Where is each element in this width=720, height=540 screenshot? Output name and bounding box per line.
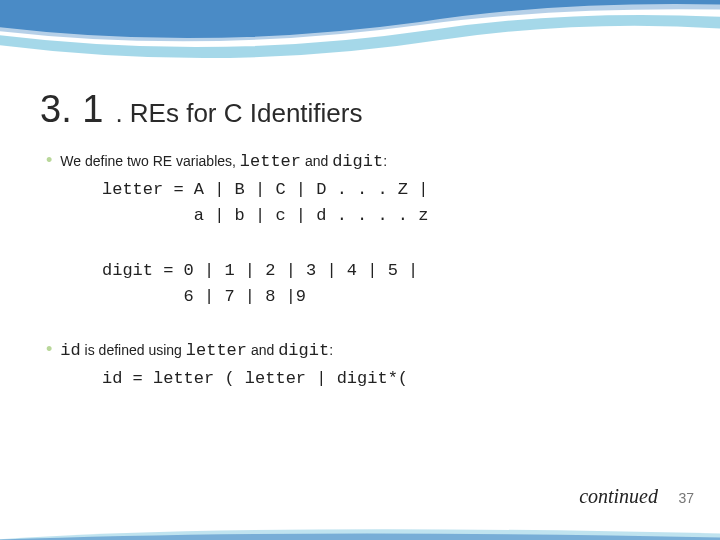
bullet1-post: :	[383, 153, 387, 169]
bullet-dot-icon: •	[46, 340, 52, 358]
digit-definition: digit = 0 | 1 | 2 | 3 | 4 | 5 | 6 | 7 | …	[102, 258, 680, 311]
bullet2-code-left: id	[60, 341, 80, 360]
bullet1-mid: and	[301, 153, 332, 169]
bullet-text: id is defined using letter and digit:	[60, 341, 333, 360]
bullet-item: • We define two RE variables, letter and…	[46, 151, 680, 171]
continued-label: continued	[579, 485, 658, 508]
heading-text: . REs for C Identifiers	[115, 98, 362, 129]
slide-heading: 3. 1 . REs for C Identifiers	[40, 88, 680, 131]
slide-content: 3. 1 . REs for C Identifiers • We define…	[40, 88, 680, 393]
heading-number: 3. 1	[40, 88, 103, 131]
bullet2-mid1: is defined using	[81, 342, 186, 358]
bullet2-mid2: and	[247, 342, 278, 358]
letter-definition: letter = A | B | C | D . . . Z | a | b |…	[102, 177, 680, 230]
bullet-item: • id is defined using letter and digit:	[46, 340, 680, 360]
bullet1-pre: We define two RE variables,	[60, 153, 240, 169]
bullet2-post: :	[329, 342, 333, 358]
bullet-text: We define two RE variables, letter and d…	[60, 152, 387, 171]
id-definition: id = letter ( letter | digit*(	[102, 366, 680, 392]
bullet2-code2: digit	[278, 341, 329, 360]
swoosh-icon	[0, 0, 720, 80]
top-decoration	[0, 0, 720, 80]
bullet1-code1: letter	[240, 152, 301, 171]
bullet1-code2: digit	[332, 152, 383, 171]
bullet2-code1: letter	[186, 341, 247, 360]
bottom-decoration	[0, 518, 720, 540]
bottom-swoosh-icon	[0, 518, 720, 540]
page-number: 37	[678, 490, 694, 506]
bullet-dot-icon: •	[46, 151, 52, 169]
